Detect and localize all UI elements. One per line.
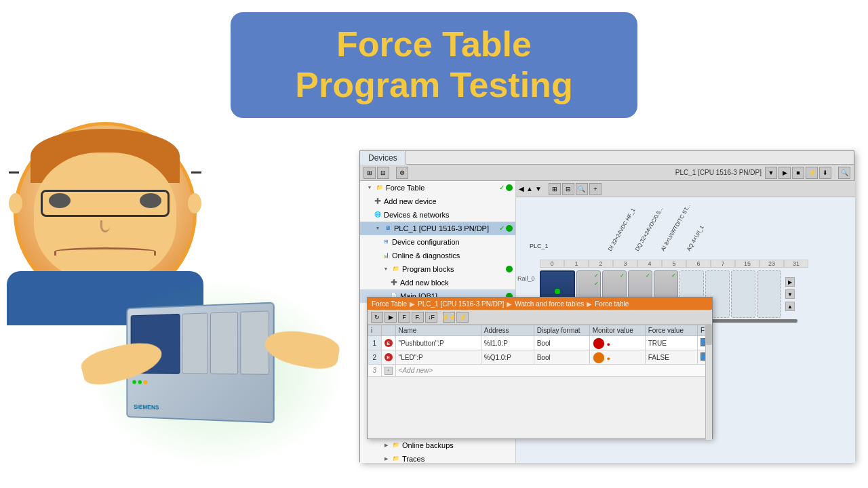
tree-item-program-blocks[interactable]: ▼ 📁 Program blocks — [360, 262, 515, 276]
table-row-2: 2 E "LED":P %Q1.0:P Bool ⬤ ● FALSE — [368, 350, 712, 365]
folder-icon-force-table: 📁 — [376, 184, 384, 192]
force-table-toolbar: ↻ ▶ F F. ↓F ⚡⚡ ⚡ — [368, 310, 712, 325]
ft-scrollbar[interactable] — [705, 325, 712, 440]
tree-item-plc1[interactable]: ▼ 🖥 PLC_1 [CPU 1516-3 PN/DP] ✓ — [360, 222, 515, 235]
tree-item-force-table[interactable]: ▼ 📁 Force Table ✓ — [360, 181, 515, 195]
led-2 — [138, 380, 142, 384]
ft-btn-disconnect[interactable]: ⚡ — [456, 312, 469, 323]
tree-item-add-device[interactable]: ➕ Add new device — [360, 195, 515, 208]
cell-addr-2[interactable]: %Q1.0:P — [481, 350, 534, 365]
toolbar-download[interactable]: ⬇ — [819, 167, 831, 179]
empty-slot-3 — [731, 270, 755, 318]
breadcrumb-watch: Watch and force tables — [515, 300, 584, 308]
cell-format-1[interactable]: Bool — [534, 336, 589, 350]
ft-btn-3[interactable]: F — [398, 312, 410, 323]
toolbar-go-online[interactable]: ▶ — [778, 167, 791, 179]
toolbar-go-offline[interactable]: ■ — [792, 167, 804, 179]
rt-btn-4[interactable]: + — [589, 183, 601, 195]
col-header-name: Name — [395, 325, 481, 336]
tree-label-online-diag: Online & diagnostics — [392, 250, 460, 261]
cell-add-new[interactable]: <Add new> — [395, 365, 711, 377]
right-ear — [188, 193, 201, 214]
devices-tab-bar: Devices — [360, 151, 854, 165]
icon-devices-networks: 🌐 — [374, 211, 382, 219]
toolbar-btn-3[interactable]: ⚙ — [396, 167, 408, 179]
check-io4: ✓ — [671, 272, 676, 279]
diag-headers-svg: PLC_1 DI 32×24VDC HF_1 DQ 32×24VDC/0.5..… — [584, 197, 855, 258]
tree-label-plc1: PLC_1 [CPU 1516-3 PN/DP] — [394, 223, 489, 234]
icon-add-block: ➕ — [390, 279, 398, 287]
plc1-diag-label: PLC_1 — [530, 243, 549, 249]
num-2: 2 — [589, 260, 613, 268]
col-ai: AI 8×U/I/RTD/TC ST... — [660, 203, 692, 252]
tree-item-online-diag[interactable]: 📊 Online & diagnostics — [360, 249, 515, 262]
led-1 — [132, 380, 136, 384]
check-force-table: ✓ — [499, 182, 505, 193]
table-row-add-new: 3 + <Add new> — [368, 365, 712, 377]
num-4: 4 — [637, 260, 662, 268]
num-5: 5 — [662, 260, 686, 268]
cell-force-1[interactable]: TRUE — [645, 336, 697, 350]
col-dq: DQ 32×24VDC/0.5... — [634, 206, 665, 252]
scroll-down[interactable]: ▼ — [785, 289, 795, 299]
num-0: 0 — [540, 260, 564, 268]
error-icon-1: E — [384, 339, 393, 347]
toolbar-compile[interactable]: ⚡ — [806, 167, 818, 179]
breadcrumb-plc: PLC_1 [CPU 1516-3 PN/DP] — [418, 300, 504, 308]
dot-pb — [506, 266, 513, 272]
expand-icon-ob: ▶ — [382, 441, 390, 449]
plc-dropdown[interactable]: ▼ — [765, 167, 777, 179]
nav-arrow-up[interactable]: ▲ — [526, 185, 533, 192]
tree-label-online-backups: Online backups — [402, 440, 454, 451]
tree-item-device-config[interactable]: ⊞ Device configuration — [360, 235, 515, 249]
folder-icon-tr: 📁 — [392, 455, 400, 463]
monitor-icon-2: ⬤ — [593, 351, 605, 363]
number-row: 0 1 2 3 4 5 6 7 15 23 31 — [540, 260, 808, 268]
cell-force-2[interactable]: FALSE — [645, 350, 697, 365]
ft-btn-4[interactable]: F. — [412, 312, 424, 323]
rt-btn-3[interactable]: 🔍 — [576, 183, 588, 195]
ft-scrollthumb[interactable] — [706, 325, 712, 345]
rt-btn-1[interactable]: ⊞ — [549, 183, 561, 195]
tree-label-device-config: Device configuration — [392, 237, 460, 247]
monitor-icon-1: ⬤ — [593, 337, 605, 348]
scroll-up[interactable]: ▲ — [785, 302, 795, 311]
num-31: 31 — [784, 260, 808, 268]
nav-arrow-left[interactable]: ◀ — [519, 185, 524, 192]
cell-format-2[interactable]: Bool — [534, 350, 589, 365]
tree-item-traces[interactable]: ▶ 📁 Traces — [360, 452, 515, 463]
col-di: DI 32×24VDC HF_1 — [607, 207, 637, 252]
icon-add-device: ➕ — [374, 197, 382, 205]
rt-btn-2[interactable]: ⊟ — [562, 183, 574, 195]
tree-label-devices-networks: Devices & networks — [384, 209, 450, 220]
tree-item-online-backups[interactable]: ▶ 📁 Online backups — [360, 439, 515, 452]
num-1: 1 — [564, 260, 589, 268]
toolbar-btn-2[interactable]: ⊟ — [377, 167, 389, 179]
cell-addr-1[interactable]: %I1.0:P — [481, 336, 534, 350]
cell-err-1: E — [381, 336, 395, 350]
nav-arrow-down[interactable]: ▼ — [535, 185, 542, 192]
num-3: 3 — [613, 260, 637, 268]
scroll-right[interactable]: ▶ — [785, 277, 795, 287]
glasses-left-arm — [9, 171, 19, 174]
io-slot-1 — [182, 312, 208, 374]
ft-btn-1[interactable]: ↻ — [371, 312, 383, 323]
toolbar-btn-1[interactable]: ⊞ — [363, 167, 376, 179]
cell-name-2[interactable]: "LED":P — [395, 350, 481, 365]
siemens-logo: SIEMENS — [134, 403, 159, 411]
cell-name-1[interactable]: "Pushbutton":P — [395, 336, 481, 350]
ft-btn-2[interactable]: ▶ — [384, 312, 397, 323]
tree-item-devices-networks[interactable]: 🌐 Devices & networks — [360, 208, 515, 222]
add-new-label: <Add new> — [399, 367, 433, 374]
toolbar-search[interactable]: 🔍 — [838, 167, 850, 179]
ft-btn-connect[interactable]: ⚡⚡ — [443, 312, 455, 323]
num-6: 6 — [686, 260, 711, 268]
face-skin — [34, 152, 176, 281]
devices-tab[interactable]: Devices — [360, 151, 406, 165]
cell-monitor-1: ⬤ ● — [589, 336, 645, 350]
force-table-breadcrumb-bar: Force Table ▶ PLC_1 [CPU 1516-3 PN/DP] ▶… — [368, 298, 712, 310]
tree-label-add-block: Add new block — [400, 277, 449, 288]
ft-btn-5[interactable]: ↓F — [425, 312, 437, 323]
leds — [132, 380, 147, 384]
tree-item-add-block[interactable]: ➕ Add new block — [360, 276, 515, 289]
